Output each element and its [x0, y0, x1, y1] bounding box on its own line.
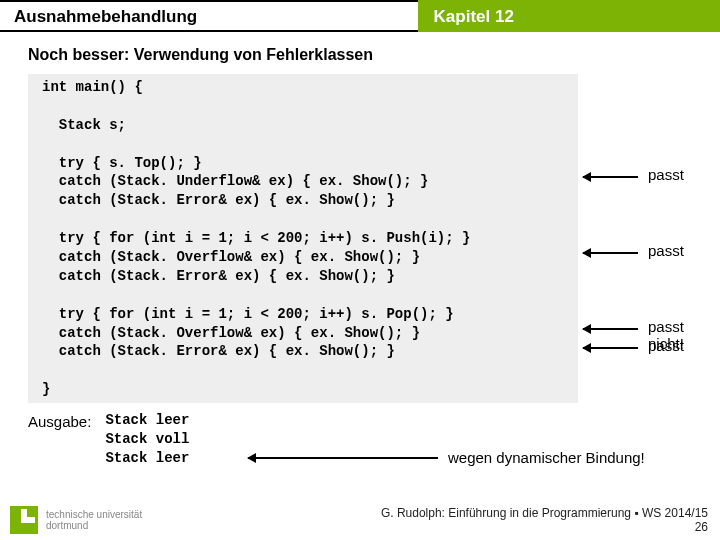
- university-line1: technische universität: [46, 509, 142, 520]
- footer-right: G. Rudolph: Einführung in die Programmie…: [381, 506, 708, 535]
- slide-header: Ausnahmebehandlung Kapitel 12: [0, 0, 720, 32]
- output-label: Ausgabe:: [28, 411, 91, 430]
- section-title: Noch besser: Verwendung von Fehlerklasse…: [28, 46, 692, 64]
- university-line2: dortmund: [46, 520, 142, 531]
- code-line: try { for (int i = 1; i < 200; i++) s. P…: [42, 230, 470, 246]
- output-text: Stack leer Stack voll Stack leer: [105, 411, 189, 468]
- footer-page-number: 26: [381, 520, 708, 534]
- slide-body: Noch besser: Verwendung von Fehlerklasse…: [0, 32, 720, 468]
- slide-footer: technische universität dortmund G. Rudol…: [0, 500, 720, 540]
- header-title-left: Ausnahmebehandlung: [0, 0, 418, 32]
- annotation-passt-2: passt: [648, 242, 684, 259]
- output-line: Stack voll: [105, 431, 189, 447]
- footer-course-line: G. Rudolph: Einführung in die Programmie…: [381, 506, 708, 520]
- annotation-passt-1: passt: [648, 166, 684, 183]
- tu-logo-icon: [10, 506, 38, 534]
- code-line: catch (Stack. Error& ex) { ex. Show(); }: [42, 343, 395, 359]
- code-line: catch (Stack. Overflow& ex) { ex. Show()…: [42, 249, 420, 265]
- output-line: Stack leer: [105, 450, 189, 466]
- annotation-passt-4: passt: [648, 337, 684, 354]
- arrow-icon: [583, 328, 638, 330]
- code-line: catch (Stack. Error& ex) { ex. Show(); }: [42, 268, 395, 284]
- code-line: catch (Stack. Error& ex) { ex. Show(); }: [42, 192, 395, 208]
- arrow-icon: [583, 347, 638, 349]
- code-line: catch (Stack. Overflow& ex) { ex. Show()…: [42, 325, 420, 341]
- arrow-icon: [248, 457, 438, 459]
- output-line: Stack leer: [105, 412, 189, 428]
- code-line: try { s. Top(); }: [42, 155, 202, 171]
- output-row: Ausgabe: Stack leer Stack voll Stack lee…: [28, 411, 692, 468]
- arrow-icon: [583, 252, 638, 254]
- code-box: int main() { . Stack s; . try { s. Top()…: [28, 74, 578, 403]
- code-area: int main() { . Stack s; . try { s. Top()…: [28, 74, 692, 403]
- header-title-right: Kapitel 12: [418, 0, 720, 32]
- code-line: Stack s;: [42, 117, 126, 133]
- annotation-dyn-binding: wegen dynamischer Bindung!: [448, 449, 645, 466]
- code-line: catch (Stack. Underflow& ex) { ex. Show(…: [42, 173, 428, 189]
- university-name: technische universität dortmund: [46, 509, 142, 531]
- code-line: try { for (int i = 1; i < 200; i++) s. P…: [42, 306, 454, 322]
- arrow-icon: [583, 176, 638, 178]
- code-line: }: [42, 381, 50, 397]
- code-line: int main() {: [42, 79, 143, 95]
